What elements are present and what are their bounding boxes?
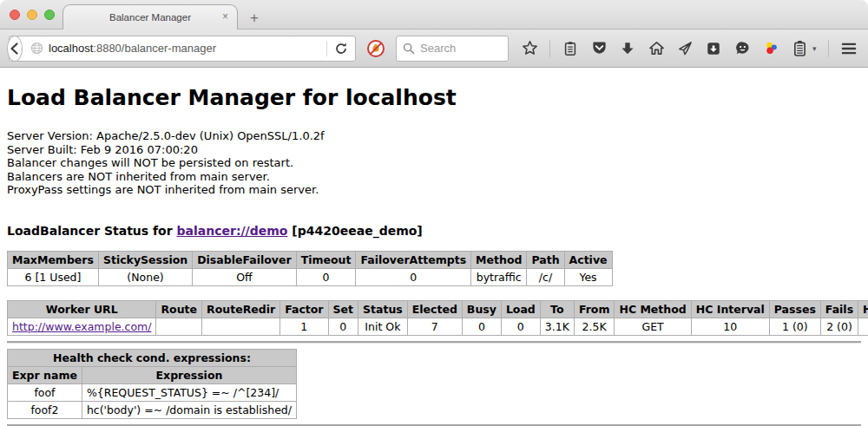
health-table-row: foof %{REQUEST_STATUS} =~ /^[234]/ <box>8 383 297 401</box>
url-divider <box>326 41 327 56</box>
new-tab-button[interactable]: + <box>250 10 259 25</box>
balancer-demo-link[interactable]: balancer://demo <box>177 224 288 238</box>
clipboard-button[interactable] <box>562 40 579 57</box>
col-failoverattempts: FailoverAttempts <box>356 251 471 268</box>
cell-expression-foof2: hc('body') =~ /domain is established/ <box>82 401 296 418</box>
col-expr-name: Expr name <box>8 366 82 383</box>
worker-url-link[interactable]: http://www.example.com/ <box>12 320 151 333</box>
url-path: :8880/balancer-manager <box>93 42 216 55</box>
cell-busy: 0 <box>462 318 501 335</box>
clipboard-icon <box>562 41 578 56</box>
downloads-button[interactable] <box>619 40 636 57</box>
section-divider <box>7 341 861 344</box>
reload-button[interactable] <box>334 42 348 56</box>
col-route: Route <box>156 300 202 318</box>
download-helper-button[interactable] <box>705 40 722 57</box>
downloads-icon <box>620 41 635 56</box>
status-prefix: LoadBalancer Status for <box>7 224 173 238</box>
health-table-title-row: Health check cond. expressions: <box>8 349 297 366</box>
col-to: To <box>540 300 574 318</box>
col-hc-uri: HC uri <box>858 300 868 318</box>
navigation-toolbar: localhost:8880/balancer-manager Search <box>0 29 868 68</box>
cell-expression-foof: %{REQUEST_STATUS} =~ /^[234]/ <box>82 383 296 401</box>
zoom-window-button[interactable] <box>44 10 55 20</box>
col-set: Set <box>328 300 358 318</box>
cell-hc-uri <box>858 318 868 335</box>
battery-icon <box>792 40 807 56</box>
back-button[interactable] <box>7 36 23 62</box>
cell-worker-url: http://www.example.com/ <box>8 318 156 335</box>
col-load: Load <box>501 300 540 318</box>
back-icon <box>8 42 22 56</box>
url-text[interactable]: localhost:8880/balancer-manager <box>49 42 319 55</box>
reload-icon <box>334 42 348 56</box>
loadbalancer-status-heading: LoadBalancer Status for balancer://demo … <box>7 224 861 238</box>
close-window-button[interactable] <box>10 10 20 20</box>
smiley-extension-button[interactable] <box>733 40 751 57</box>
flash-block-icon <box>366 39 385 58</box>
health-table-title: Health check cond. expressions: <box>8 349 297 366</box>
smiley-icon <box>734 40 751 56</box>
tab-title: Balancer Manager <box>109 12 191 23</box>
cell-path: /c/ <box>527 268 564 285</box>
colored-dots-extension-button[interactable] <box>762 40 779 57</box>
health-table-header-row: Expr name Expression <box>8 366 297 383</box>
balancer-table-row: 6 [1 Used] (None) Off 0 0 bytraffic /c/ … <box>8 268 613 285</box>
col-factor: Factor <box>280 300 328 318</box>
minimize-window-button[interactable] <box>27 10 37 20</box>
server-built-line: Server Built: Feb 9 2016 07:00:20 <box>7 143 861 157</box>
page-content: Load Balancer Manager for localhost Serv… <box>0 68 868 426</box>
cell-elected: 7 <box>407 318 462 335</box>
status-suffix: [p4420eeae_demo] <box>292 224 422 238</box>
share-button[interactable] <box>676 40 694 57</box>
cell-expr-name-foof2: foof2 <box>8 401 82 418</box>
cell-status: Init Ok <box>358 318 408 335</box>
tab-close-icon[interactable]: × <box>222 11 228 22</box>
worker-table: Worker URL Route RouteRedir Factor Set S… <box>7 300 868 336</box>
battery-extension-button[interactable] <box>791 40 808 57</box>
tab-balancer-manager[interactable]: Balancer Manager × <box>62 4 238 29</box>
cell-failoverattempts: 0 <box>356 268 471 285</box>
col-disablefailover: DisableFailover <box>193 251 296 268</box>
proxypass-inherit-line: ProxyPass settings are NOT inherited fro… <box>7 183 861 197</box>
home-button[interactable] <box>648 40 665 57</box>
pocket-button[interactable] <box>590 40 608 57</box>
col-stickysession: StickySession <box>98 251 192 268</box>
flash-block-button[interactable] <box>366 39 385 58</box>
col-status: Status <box>358 300 408 318</box>
search-icon <box>403 43 415 55</box>
worker-table-header-row: Worker URL Route RouteRedir Factor Set S… <box>8 300 868 318</box>
server-info: Server Version: Apache/2.5.0-dev (Unix) … <box>7 129 861 197</box>
bookmark-star-button[interactable] <box>521 40 538 57</box>
cell-set: 0 <box>328 318 358 335</box>
col-hc-interval: HC Interval <box>691 300 769 318</box>
persist-warning-line: Balancer changes will NOT be persisted o… <box>7 156 861 170</box>
col-method: Method <box>471 251 527 268</box>
col-maxmembers: MaxMembers <box>8 251 99 268</box>
browser-window: Balancer Manager × + localhost:8880/bala… <box>0 0 868 426</box>
bookmark-star-icon <box>522 40 538 56</box>
balancer-table: MaxMembers StickySession DisableFailover… <box>7 251 613 286</box>
health-check-table: Health check cond. expressions: Expr nam… <box>7 349 297 419</box>
worker-table-row: http://www.example.com/ 1 0 Init Ok 7 0 … <box>8 318 868 335</box>
menu-button[interactable] <box>840 40 858 57</box>
cell-routeredir <box>202 318 280 335</box>
col-routeredir: RouteRedir <box>202 300 280 318</box>
health-table-row: foof2 hc('body') =~ /domain is establish… <box>8 401 297 418</box>
page-title: Load Balancer Manager for localhost <box>7 68 861 110</box>
home-icon <box>648 40 665 56</box>
url-bar[interactable]: localhost:8880/balancer-manager <box>9 36 356 62</box>
cell-hc-interval: 10 <box>691 318 769 335</box>
cell-timeout: 0 <box>296 268 356 285</box>
search-placeholder: Search <box>420 42 456 55</box>
col-timeout: Timeout <box>296 251 356 268</box>
col-worker-url: Worker URL <box>8 300 156 318</box>
search-bar[interactable]: Search <box>396 36 509 62</box>
balancers-inherit-line: Balancers are NOT inherited from main se… <box>7 170 861 184</box>
cell-factor: 1 <box>280 318 328 335</box>
share-plane-icon <box>677 40 694 56</box>
dropdown-caret-icon[interactable]: ▾ <box>812 44 817 53</box>
col-fails: Fails <box>820 300 858 318</box>
menu-hamburger-icon <box>840 41 858 56</box>
cell-expr-name-foof: foof <box>8 383 82 401</box>
